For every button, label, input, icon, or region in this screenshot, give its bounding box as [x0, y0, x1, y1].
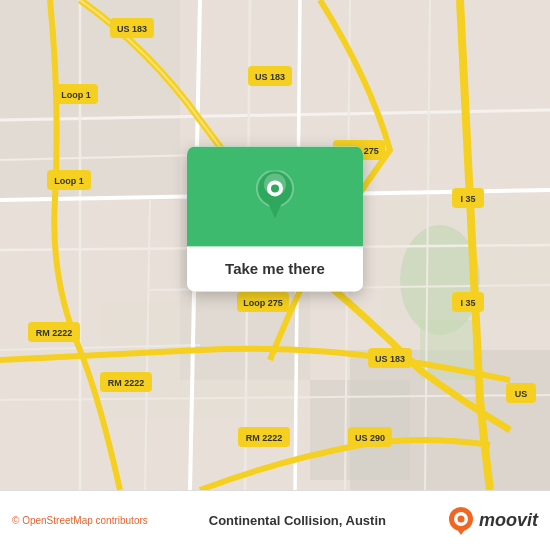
attribution-link[interactable]: OpenStreetMap contributors	[22, 515, 148, 526]
svg-text:US 183: US 183	[255, 72, 285, 82]
svg-point-7	[400, 225, 480, 335]
map-container: US 183 Loop 1 US 183 Loop 275 Loop 1 I 3…	[0, 0, 550, 490]
svg-text:US 183: US 183	[375, 354, 405, 364]
attribution: © OpenStreetMap contributors	[12, 515, 148, 526]
svg-text:I 35: I 35	[460, 298, 475, 308]
svg-text:US 290: US 290	[355, 433, 385, 443]
svg-text:Loop 1: Loop 1	[54, 176, 84, 186]
svg-marker-61	[456, 528, 466, 535]
svg-text:RM 2222: RM 2222	[36, 328, 73, 338]
moovit-text: moovit	[479, 510, 538, 531]
moovit-pin-icon	[447, 507, 475, 535]
svg-text:RM 2222: RM 2222	[246, 433, 283, 443]
location-info: Continental Collision, Austin	[209, 513, 386, 528]
svg-text:RM 2222: RM 2222	[108, 378, 145, 388]
bottom-bar: © OpenStreetMap contributors Continental…	[0, 490, 550, 550]
svg-point-60	[457, 515, 464, 522]
svg-text:Loop 275: Loop 275	[243, 298, 283, 308]
take-me-there-button[interactable]: Take me there	[187, 246, 363, 291]
svg-text:I 35: I 35	[460, 194, 475, 204]
popup-map-section	[187, 146, 363, 246]
popup-card: Take me there	[187, 146, 363, 291]
attribution-prefix: ©	[12, 515, 22, 526]
location-pin-icon	[253, 170, 297, 222]
svg-text:US: US	[515, 389, 528, 399]
moovit-logo: moovit	[447, 507, 538, 535]
svg-text:Loop 1: Loop 1	[61, 90, 91, 100]
svg-point-55	[271, 184, 279, 192]
svg-text:US 183: US 183	[117, 24, 147, 34]
